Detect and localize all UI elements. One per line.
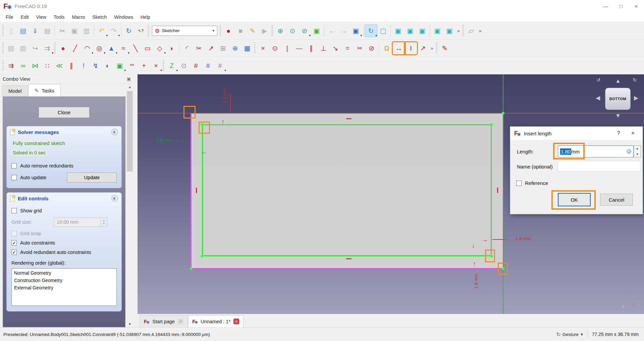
float-panel-icon[interactable]: ▣ <box>127 76 131 81</box>
copy-icon[interactable]: ▣ <box>68 25 80 37</box>
rectangular-array-icon[interactable]: ¹²³ <box>126 60 138 72</box>
trim-edge-icon[interactable]: ✂ <box>193 42 205 54</box>
expression-icon[interactable] <box>627 149 631 154</box>
constrain-equal-icon[interactable]: = <box>341 42 354 54</box>
sketch-rectangle[interactable] <box>202 124 492 256</box>
constrain-distance-y-icon[interactable]: I <box>405 42 417 54</box>
select-origin-icon[interactable]: ⊙ <box>178 60 190 72</box>
name-input[interactable] <box>558 161 641 172</box>
toolbar-grip[interactable] <box>148 25 149 37</box>
create-fillet-icon[interactable]: ◜ <box>181 42 193 54</box>
bounding-box-icon[interactable]: ▣ <box>311 25 323 37</box>
toolbar-grip[interactable] <box>2 25 4 37</box>
select-elements-associated-icon[interactable]: ≪ <box>53 60 65 72</box>
menu-view[interactable]: View <box>33 12 50 22</box>
dialog-close-icon[interactable]: × <box>627 127 639 140</box>
scroll-down-icon[interactable]: ▼ <box>126 321 133 327</box>
macro-stop-icon[interactable]: ■ <box>234 25 247 37</box>
menu-edit[interactable]: Edit <box>17 12 33 22</box>
view-rear-icon[interactable]: ▣ <box>431 25 443 37</box>
help-icon[interactable]: ? <box>613 127 624 140</box>
constrain-point-on-object-icon[interactable]: ⊙ <box>269 42 281 54</box>
tab-close-icon[interactable]: × <box>178 319 183 324</box>
vertical-constraint-mark[interactable] <box>196 188 197 193</box>
grid-size-input[interactable]: 10.00 mm <box>54 217 101 227</box>
external-geometry-icon[interactable]: ⊞ <box>217 42 229 54</box>
constrain-horizontal-icon[interactable]: — <box>293 42 305 54</box>
toolbar-grip[interactable] <box>163 60 164 71</box>
minimize-button[interactable]: — <box>598 0 613 12</box>
grid-settings-icon[interactable]: #▾ <box>214 60 226 72</box>
view-bottom-icon[interactable]: ▣ <box>443 25 455 37</box>
switch-virtual-space-icon[interactable]: Z▾ <box>166 60 178 72</box>
view-isometric-icon[interactable]: ▣▾ <box>350 25 362 37</box>
undo-icon[interactable]: ↶▾ <box>96 25 108 37</box>
nav-arrow-left-icon[interactable]: ◀ <box>596 94 600 101</box>
carbon-copy-icon[interactable]: ⊕ <box>229 42 241 54</box>
macro-edit-icon[interactable]: ✎ <box>247 25 259 37</box>
update-button[interactable]: Update <box>67 173 117 183</box>
constrain-symmetric-icon[interactable]: >< <box>354 42 366 54</box>
cut-icon[interactable]: ✂ <box>56 25 68 37</box>
create-conic-icon[interactable]: ▲▾ <box>105 42 117 54</box>
external-edge-left[interactable] <box>191 114 192 269</box>
sketch-vertex[interactable] <box>201 255 203 258</box>
create-polygon-icon[interactable]: ◇▾ <box>154 42 166 54</box>
new-file-icon[interactable]: ▯ <box>5 25 17 37</box>
rendering-order-list[interactable]: Normal GeometryConstruction GeometryExte… <box>11 268 117 306</box>
auto-remove-redundants-checkbox[interactable] <box>11 163 17 168</box>
rendering-order-item[interactable]: Normal Geometry <box>12 269 116 277</box>
constrain-coincident-icon[interactable]: × <box>257 42 269 54</box>
select-redundant-constraints-icon[interactable]: ∥ <box>65 60 77 72</box>
dimension-label-top[interactable]: 1.8 mm <box>222 86 227 106</box>
collapse-icon[interactable]: « <box>111 129 118 135</box>
rotate-cw-icon[interactable]: ↻ <box>633 77 637 83</box>
constrain-distance-icon[interactable]: ↗ <box>417 42 429 54</box>
rendering-order-item[interactable]: External Geometry <box>12 284 116 291</box>
create-line-icon[interactable]: ╱ <box>69 42 81 54</box>
menu-help[interactable]: Help <box>137 12 154 22</box>
toolbar-overflow-icon[interactable]: » <box>455 28 462 33</box>
create-circle-icon[interactable]: ◎▾ <box>93 42 105 54</box>
sync-view-icon[interactable]: ↻▾ <box>365 25 377 37</box>
avoid-redundant-checkbox[interactable] <box>11 250 17 255</box>
nav-back-icon[interactable]: ← <box>326 25 338 37</box>
tab-close-icon[interactable]: × <box>233 319 239 324</box>
nav-forward-icon[interactable]: → <box>338 25 350 37</box>
create-rectangle-icon[interactable]: ▭ <box>142 42 154 54</box>
draw-style-icon[interactable]: ⊘▾ <box>299 25 311 37</box>
toolbar-grip[interactable] <box>254 43 256 54</box>
tab-unnamed-document[interactable]: F✱ Unnamed : 1* × <box>188 315 244 327</box>
create-slot-icon[interactable]: ◗ <box>166 42 178 54</box>
toolbar-grip[interactable] <box>271 25 273 37</box>
fit-all-icon[interactable]: ⊕ <box>274 25 286 37</box>
toolbar-grip[interactable] <box>219 25 221 37</box>
create-polyline-icon[interactable]: ╲ <box>129 42 142 54</box>
view-top-icon[interactable]: ▣ <box>404 25 416 37</box>
constrain-block-icon[interactable]: ⊘ <box>366 42 378 54</box>
dimension-label-bottom[interactable]: 1.8 mm <box>474 271 479 291</box>
grid-size-spinner[interactable]: ▲▼ <box>101 217 107 227</box>
collapse-icon[interactable]: « <box>111 195 118 202</box>
menu-tools[interactable]: Tools <box>50 12 68 22</box>
make-sub-link-icon[interactable]: ⇉▾ <box>41 42 53 54</box>
rotate-ccw-icon[interactable]: ↺ <box>596 77 601 83</box>
navigation-style-selector[interactable]: ↻ Gesture ▼ <box>556 331 583 338</box>
menu-file[interactable]: File <box>2 12 17 22</box>
dimension-label-right[interactable]: 1.8 mm <box>516 236 531 241</box>
symmetry-icon[interactable]: ◐ <box>102 60 114 72</box>
grid-snap-toggle-icon[interactable]: # <box>202 60 214 72</box>
rendering-order-item[interactable]: Construction Geometry <box>12 277 116 284</box>
open-file-icon[interactable]: ▤ <box>17 25 29 37</box>
dialog-title-bar[interactable]: F✱ Insert length ? × <box>510 127 643 140</box>
cancel-button[interactable]: Cancel <box>600 194 633 206</box>
constrain-tangent-icon[interactable]: ↘ <box>329 42 341 54</box>
view-right-icon[interactable]: ▣ <box>416 25 428 37</box>
grid-snap-checkbox[interactable] <box>11 231 17 236</box>
close-task-button[interactable]: Close <box>39 107 90 118</box>
create-point-icon[interactable]: ● <box>57 42 69 54</box>
clone-icon[interactable]: ▣▾ <box>114 60 126 72</box>
scroll-up-icon[interactable]: ▲ <box>126 84 133 90</box>
toolbar-grip[interactable] <box>2 43 4 54</box>
delete-all-geometry-icon[interactable]: ×▾ <box>150 60 162 72</box>
